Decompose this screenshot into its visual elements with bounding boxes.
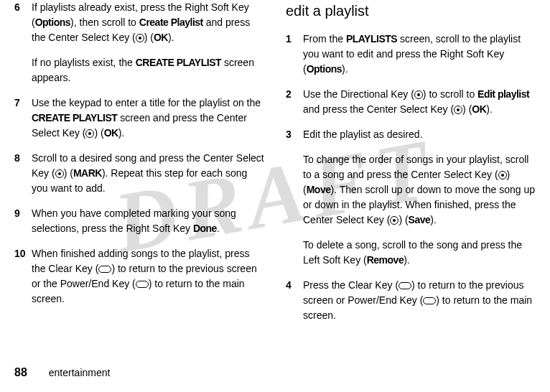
step-text: Use the keypad to enter a title for the … [32, 95, 264, 141]
step-subtext: To delete a song, scroll to the song and… [303, 238, 536, 268]
text-span: Press the Clear Key ( [303, 279, 398, 291]
center-select-icon [498, 171, 507, 179]
text-span: ) ( [64, 167, 73, 179]
step-item: 1From the PLAYLISTS screen, scroll to th… [286, 32, 536, 77]
step-item: 8Scroll to a desired song and press the … [14, 151, 264, 196]
key-icon [136, 281, 149, 288]
center-select-icon [55, 169, 64, 178]
text-span: Done [193, 223, 217, 234]
key-icon [98, 266, 111, 273]
text-span: ). [404, 254, 410, 266]
step-text: Scroll to a desired song and press the C… [32, 151, 264, 196]
text-span: OK [154, 32, 168, 43]
step-text: Press the Clear Key () to return to the … [303, 278, 536, 323]
center-select-icon [136, 34, 144, 42]
text-span: From the [303, 33, 346, 45]
step-item: 3Edit the playlist as desired. [286, 127, 536, 142]
text-span: To delete a song, scroll to the song and… [303, 239, 522, 266]
content-area: 6If playlists already exist, press the R… [14, 0, 536, 345]
step-text: From the PLAYLISTS screen, scroll to the… [303, 32, 536, 77]
text-span: ). [118, 127, 125, 139]
text-span: ) to scroll to [423, 88, 477, 100]
text-span: ) ( [398, 214, 408, 225]
text-span: OK [104, 127, 118, 139]
text-span: ) ( [144, 32, 154, 43]
text-span: To change the order of songs in your pla… [303, 154, 528, 180]
key-icon [398, 282, 411, 289]
step-number: 9 [14, 206, 32, 221]
right-column: edit a playlist1From the PLAYLISTS scree… [286, 0, 536, 345]
text-span: ). [486, 103, 493, 115]
text-span: Save [409, 214, 431, 225]
text-span: PLAYLISTS [346, 33, 397, 45]
text-span: Edit the playlist as desired. [303, 129, 423, 140]
step-text: If playlists already exist, press the Ri… [32, 0, 264, 45]
center-select-icon [390, 216, 398, 225]
step-text: When finished adding songs to the playli… [32, 246, 264, 307]
text-span: Use the keypad to enter a title for the … [32, 97, 261, 108]
step-subtext: To change the order of songs in your pla… [303, 152, 536, 228]
text-span: CREATE PLAYLIST [32, 112, 117, 123]
text-span: Create Playlist [139, 17, 203, 28]
step-text: When you have completed marking your son… [32, 206, 264, 236]
text-span: CREATE PLAYLIST [136, 57, 221, 68]
page-number: 88 [14, 364, 27, 381]
text-span: ), then scroll to [70, 17, 139, 28]
text-span: ). [430, 214, 437, 225]
step-item: 7Use the keypad to enter a title for the… [14, 95, 264, 141]
text-span: Options [307, 63, 342, 75]
step-item: 9When you have completed marking your so… [14, 206, 264, 236]
center-select-icon [414, 90, 423, 99]
text-span: Use the Directional Key ( [303, 88, 414, 100]
step-number: 8 [14, 151, 32, 166]
text-span: MARK [73, 167, 102, 179]
text-span: If no playlists exist, the [32, 57, 136, 68]
text-span: Edit playlist [477, 88, 529, 100]
step-number: 3 [286, 127, 303, 142]
section-name: entertainment [49, 365, 111, 381]
text-span: ) ( [462, 103, 472, 115]
text-span: ). [342, 63, 348, 75]
step-number: 7 [14, 95, 32, 111]
step-number: 6 [14, 0, 32, 15]
center-select-icon [85, 129, 94, 138]
center-select-icon [454, 106, 462, 114]
left-column: 6If playlists already exist, press the R… [14, 0, 264, 345]
step-item: 2Use the Directional Key () to scroll to… [286, 87, 536, 117]
step-subtext: If no playlists exist, the CREATE PLAYLI… [32, 55, 264, 85]
text-span: Move [307, 184, 331, 195]
step-number: 1 [286, 32, 303, 47]
step-text: Edit the playlist as desired. [303, 127, 536, 142]
step-item: 10When finished adding songs to the play… [14, 246, 264, 307]
text-span: ) ( [94, 127, 103, 139]
step-text: Use the Directional Key () to scroll to … [303, 87, 536, 117]
step-number: 10 [14, 246, 32, 261]
text-span: OK [472, 103, 486, 115]
step-number: 2 [286, 87, 303, 102]
step-item: 4Press the Clear Key () to return to the… [286, 278, 536, 323]
page-footer: 88 entertainment [14, 364, 110, 381]
text-span: . [217, 223, 220, 234]
section-heading: edit a playlist [286, 0, 536, 22]
text-span: ). [168, 32, 174, 43]
text-span: and press the Center Select Key ( [303, 103, 454, 115]
step-number: 4 [286, 278, 303, 293]
step-item: 6If playlists already exist, press the R… [14, 0, 264, 45]
text-span: Remove [367, 254, 404, 266]
key-icon [423, 297, 436, 304]
text-span: Options [35, 17, 70, 28]
